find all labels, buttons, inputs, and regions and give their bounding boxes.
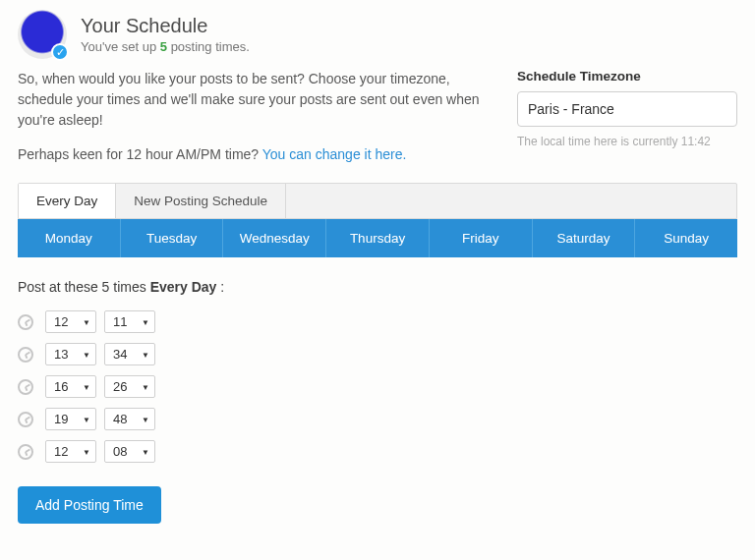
intro-row: So, when would you like your posts to be… bbox=[18, 69, 737, 165]
day-wednesday[interactable]: Wednesday bbox=[223, 219, 326, 257]
clock-icon bbox=[18, 347, 33, 363]
schedule-tabs: Every Day New Posting Schedule bbox=[18, 183, 737, 219]
intro-text: So, when would you like your posts to be… bbox=[18, 69, 492, 165]
page-subtitle: You've set up 5 posting times. bbox=[81, 39, 250, 54]
timezone-label: Schedule Timezone bbox=[517, 69, 737, 84]
header-text: Your Schedule You've set up 5 posting ti… bbox=[81, 15, 250, 54]
tab-new-schedule[interactable]: New Posting Schedule bbox=[116, 184, 286, 218]
day-sunday[interactable]: Sunday bbox=[635, 219, 737, 257]
intro-p2-prefix: Perhaps keen for 12 hour AM/PM time? bbox=[18, 146, 262, 162]
clock-icon bbox=[18, 412, 33, 427]
clock-icon bbox=[18, 379, 33, 395]
minute-select[interactable]: 48 bbox=[104, 408, 155, 430]
page-title: Your Schedule bbox=[81, 15, 250, 37]
time-row: 13 34 bbox=[18, 343, 737, 365]
hour-select[interactable]: 12 bbox=[45, 310, 96, 333]
time-row: 19 48 bbox=[18, 408, 737, 430]
intro-paragraph-2: Perhaps keen for 12 hour AM/PM time? You… bbox=[18, 144, 492, 165]
day-saturday[interactable]: Saturday bbox=[533, 219, 636, 257]
day-friday[interactable]: Friday bbox=[430, 219, 533, 257]
times-list: 12 11 13 34 16 26 19 48 12 08 bbox=[18, 310, 737, 463]
change-time-format-link[interactable]: You can change it here. bbox=[262, 146, 407, 162]
timezone-input[interactable] bbox=[517, 91, 737, 127]
verified-badge-icon: ✓ bbox=[51, 43, 69, 61]
time-row: 12 11 bbox=[18, 310, 737, 333]
hour-select[interactable]: 13 bbox=[45, 343, 96, 365]
subtitle-prefix: You've set up bbox=[81, 39, 160, 54]
minute-select[interactable]: 08 bbox=[104, 440, 155, 463]
day-thursday[interactable]: Thursday bbox=[326, 219, 430, 257]
clock-icon bbox=[18, 314, 33, 330]
posting-count: 5 bbox=[160, 39, 167, 54]
days-row: Monday Tuesday Wednesday Thursday Friday… bbox=[18, 219, 737, 257]
timezone-section: Schedule Timezone The local time here is… bbox=[517, 69, 737, 165]
post-times-heading: Post at these 5 times Every Day : bbox=[18, 279, 737, 295]
minute-select[interactable]: 11 bbox=[104, 310, 155, 333]
time-row: 16 26 bbox=[18, 375, 737, 398]
hour-select[interactable]: 16 bbox=[45, 375, 96, 398]
hour-select[interactable]: 12 bbox=[45, 440, 96, 463]
subtitle-suffix: posting times. bbox=[167, 39, 250, 54]
minute-select[interactable]: 34 bbox=[104, 343, 155, 365]
day-monday[interactable]: Monday bbox=[18, 219, 121, 257]
day-tuesday[interactable]: Tuesday bbox=[121, 219, 224, 257]
intro-paragraph-1: So, when would you like your posts to be… bbox=[18, 69, 492, 131]
post-heading-suffix: : bbox=[216, 279, 224, 295]
avatar: ✓ bbox=[18, 10, 67, 59]
time-row: 12 08 bbox=[18, 440, 737, 463]
timezone-hint: The local time here is currently 11:42 bbox=[517, 135, 737, 148]
hour-select[interactable]: 19 bbox=[45, 408, 96, 430]
minute-select[interactable]: 26 bbox=[104, 375, 155, 398]
tab-every-day[interactable]: Every Day bbox=[19, 184, 116, 218]
clock-icon bbox=[18, 444, 33, 460]
page-header: ✓ Your Schedule You've set up 5 posting … bbox=[18, 10, 737, 59]
post-heading-prefix: Post at these 5 times bbox=[18, 279, 150, 295]
post-heading-strong: Every Day bbox=[150, 279, 217, 295]
add-posting-time-button[interactable]: Add Posting Time bbox=[18, 486, 161, 524]
